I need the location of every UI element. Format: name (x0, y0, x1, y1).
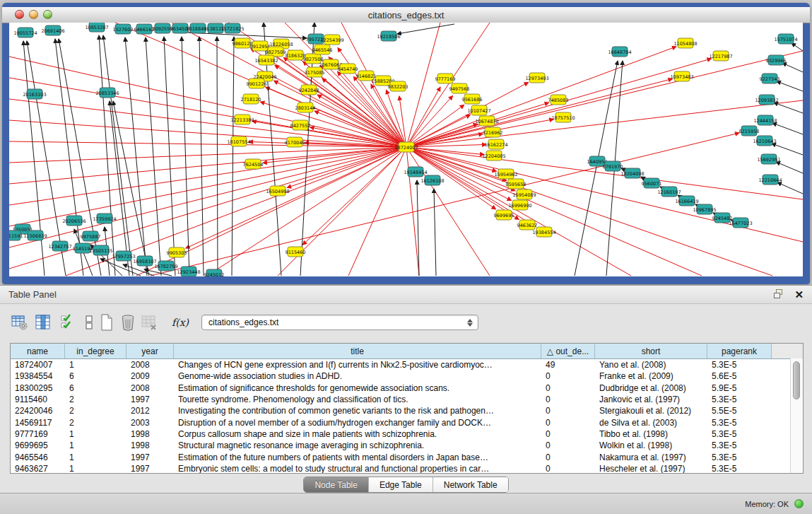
table-cell[interactable]: 9463627 (11, 464, 65, 474)
graph-node[interactable]: 12923448 (177, 267, 200, 276)
graph-node[interactable]: 8595658 (506, 179, 526, 189)
graph-node[interactable]: 9832203 (388, 81, 408, 91)
graph-node[interactable]: 6791970 (603, 161, 623, 171)
graph-node[interactable]: 20163103 (23, 89, 46, 99)
table-cell[interactable]: 0 (541, 440, 595, 450)
graph-node[interactable]: 17359924 (93, 214, 116, 223)
graph-node[interactable]: 10107427 (467, 105, 490, 115)
graph-node[interactable]: 9560071 (642, 178, 662, 188)
graph-edge[interactable] (302, 147, 406, 245)
graph-node[interactable]: 19148454 (404, 167, 427, 177)
table-cell[interactable]: 5.3E-5 (707, 452, 772, 462)
graph-node[interactable]: 12204085 (482, 151, 505, 160)
graph-node[interactable]: 9115460 (286, 247, 306, 257)
network-canvas[interactable]: 1905572420691406108532871527602646616280… (9, 23, 803, 276)
graph-edge[interactable] (782, 63, 803, 72)
table-cell[interactable]: 5.3E-5 (707, 360, 772, 370)
graph-node[interactable]: 2718120 (241, 94, 261, 104)
graph-edge[interactable] (9, 147, 406, 226)
table-cell[interactable]: 5.3E-5 (707, 464, 772, 474)
graph-node[interactable]: 9465546 (312, 45, 333, 54)
graph-node[interactable]: 6466162 (134, 24, 155, 34)
column-header-short[interactable]: short (595, 344, 707, 358)
graph-node[interactable]: 9497568 (449, 83, 470, 93)
window-titlebar[interactable]: citations_edges.txt (2, 7, 810, 23)
table-row[interactable]: 946362711997Embryonic stem cells: a mode… (11, 463, 803, 474)
graph-node[interactable]: 4170046 (285, 137, 305, 147)
table-cell[interactable]: Wolkin et al. (1998) (595, 440, 707, 450)
table-cell[interactable]: Stergiakouli et al. (2012) (595, 406, 707, 416)
graph-edge[interactable] (406, 105, 464, 147)
graph-edge[interactable] (777, 81, 803, 91)
table-cell[interactable]: Franke et al. (2009) (595, 371, 707, 381)
table-cell[interactable]: Hescheler et al. (1997) (595, 464, 707, 474)
table-cell[interactable]: 2008 (126, 383, 174, 393)
graph-node[interactable]: 12342757 (48, 241, 71, 251)
close-window-button[interactable] (15, 10, 24, 19)
column-header-title[interactable]: title (174, 344, 541, 358)
graph-node[interactable]: 9901226 (247, 78, 267, 88)
graph-node[interactable]: 16162274 (484, 139, 507, 149)
table-row[interactable]: 2242004622012Investigating the contribut… (11, 405, 803, 416)
graph-node[interactable]: 7485083 (548, 95, 569, 105)
graph-edge[interactable] (774, 103, 803, 113)
table-cell[interactable]: 1 (65, 429, 126, 439)
graph-node[interactable]: 16166419 (675, 196, 698, 206)
float-panel-icon[interactable] (774, 288, 784, 301)
graph-node[interactable]: 9777169 (435, 74, 456, 83)
graph-node[interactable]: 2803144 (295, 103, 316, 112)
table-cell[interactable]: 1997 (126, 452, 174, 462)
table-cell[interactable]: 0 (541, 452, 595, 462)
tab-network-table[interactable]: Network Table (433, 477, 508, 492)
graph-edge[interactable] (406, 23, 490, 147)
table-cell[interactable]: 2 (65, 418, 126, 428)
table-cell[interactable]: 2 (65, 406, 126, 416)
table-options-icon[interactable] (11, 314, 28, 334)
table-cell[interactable]: 19384554 (11, 371, 65, 381)
graph-node[interactable]: 9463627 (517, 220, 538, 230)
table-cell[interactable]: 0 (541, 371, 595, 381)
table-cell[interactable]: 18724007 (11, 360, 65, 370)
table-cell[interactable]: 0 (541, 406, 595, 416)
table-cell[interactable]: 1998 (126, 440, 174, 450)
delete-table-icon[interactable] (141, 314, 157, 334)
table-cell[interactable]: 5.3E-5 (707, 440, 772, 450)
graph-edge[interactable] (199, 37, 204, 276)
graph-node[interactable]: 20691406 (41, 25, 64, 35)
table-cell[interactable]: 5.6E-5 (707, 371, 772, 381)
table-cell[interactable]: 6 (65, 383, 126, 393)
graph-edge[interactable] (776, 162, 803, 173)
graph-node[interactable]: 11054808 (673, 38, 697, 48)
table-cell[interactable]: 1 (65, 360, 126, 370)
table-cell[interactable]: 5.9E-5 (707, 383, 772, 393)
tab-node-table[interactable]: Node Table (304, 477, 369, 492)
table-cell[interactable]: 49 (541, 360, 595, 370)
minimize-window-button[interactable] (29, 10, 38, 19)
graph-node[interactable]: 9245012 (204, 269, 225, 276)
graph-node[interactable]: 3216962 (483, 127, 503, 137)
table-cell[interactable]: Estimation of the future numbers of pati… (174, 452, 541, 462)
graph-node[interactable]: 10973483 (670, 71, 693, 81)
table-cell[interactable]: Disruption of a novel member of a sodium… (174, 418, 541, 428)
graph-node[interactable]: 19055724 (13, 28, 37, 37)
table-cell[interactable]: Tibbo et al. (1998) (595, 429, 707, 439)
table-cell[interactable]: 2003 (126, 418, 174, 428)
table-row[interactable]: 946554611997Estimation of the future num… (11, 451, 803, 462)
graph-node[interactable]: 20206536 (62, 216, 86, 226)
graph-node[interactable]: 9242848 (299, 85, 319, 95)
graph-node[interactable]: 10967895 (693, 204, 716, 214)
graph-edge[interactable] (772, 144, 803, 155)
table-cell[interactable]: Tourette syndrome. Phenomenology and cla… (174, 395, 541, 404)
table-cell[interactable]: 1997 (126, 464, 174, 474)
graph-node[interactable]: 15954089 (512, 189, 536, 199)
graph-node[interactable]: 9561686 (462, 94, 483, 104)
graph-edge[interactable] (99, 35, 115, 276)
graph-node[interactable]: 15751074 (774, 34, 797, 44)
graph-node[interactable]: 7624504 (243, 159, 264, 169)
graph-edge[interactable] (406, 47, 676, 147)
row-options-icon[interactable] (85, 314, 93, 334)
graph-edge[interactable] (9, 147, 406, 247)
graph-edge[interactable] (434, 189, 436, 276)
table-cell[interactable]: 1997 (126, 395, 174, 404)
table-cell[interactable]: 9115460 (11, 395, 65, 404)
